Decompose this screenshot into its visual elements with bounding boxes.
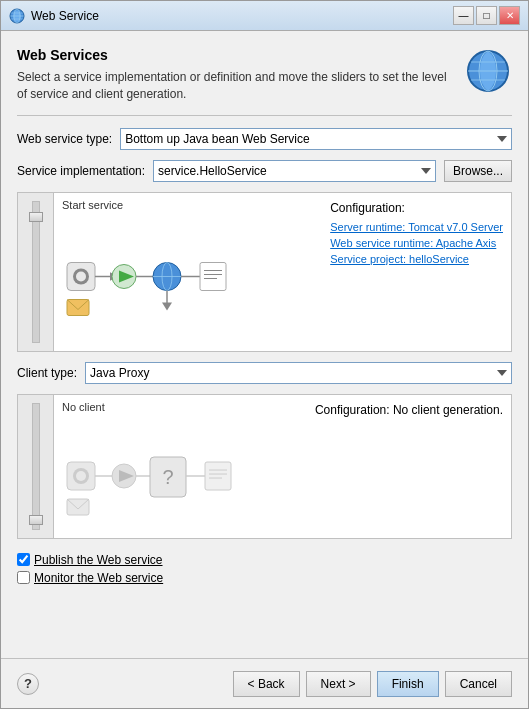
client-type-select[interactable]: Java Proxy [85, 362, 512, 384]
service-implementation-select[interactable]: service.HelloService [153, 160, 436, 182]
client-panel: No client ? [17, 394, 512, 539]
header-text: Web Services Select a service implementa… [17, 47, 454, 103]
finish-button[interactable]: Finish [377, 671, 439, 697]
window-title: Web Service [31, 9, 99, 23]
publish-checkbox[interactable] [17, 553, 30, 566]
web-service-type-select[interactable]: Bottom up Java bean Web Service [120, 128, 512, 150]
client-diagram: ? [62, 417, 242, 537]
client-type-label: Client type: [17, 366, 77, 380]
footer-buttons: < Back Next > Finish Cancel [233, 671, 512, 697]
footer-left: ? [17, 673, 39, 695]
service-diagram [62, 215, 242, 335]
service-slider-thumb[interactable] [29, 212, 43, 222]
svg-point-12 [76, 271, 86, 281]
service-project-link[interactable]: Service project: helloService [330, 253, 503, 265]
svg-point-30 [76, 471, 86, 481]
svg-rect-21 [200, 262, 226, 290]
checkboxes-section: Publish the Web service Monitor the Web … [17, 549, 512, 585]
main-content: Web Services Select a service implementa… [1, 31, 528, 658]
publish-checkbox-label[interactable]: Publish the Web service [34, 553, 163, 567]
config-title: Configuration: [330, 201, 503, 215]
close-button[interactable]: ✕ [499, 6, 520, 25]
service-slider-area [18, 193, 54, 351]
service-slider-track[interactable] [32, 201, 40, 343]
window-icon [9, 8, 25, 24]
client-config-text: Configuration: No client generation. [315, 403, 503, 417]
minimize-button[interactable]: — [453, 6, 474, 25]
page-title: Web Services [17, 47, 454, 63]
web-service-type-row: Web service type: Bottom up Java bean We… [17, 128, 512, 150]
header-section: Web Services Select a service implementa… [17, 47, 512, 103]
service-panel: Start service [17, 192, 512, 352]
title-bar-left: Web Service [9, 8, 99, 24]
help-button[interactable]: ? [17, 673, 39, 695]
client-diagram-area: No client ? [54, 395, 307, 538]
title-bar-buttons: — □ ✕ [453, 6, 520, 25]
client-diagram-label: No client [62, 401, 299, 413]
next-button[interactable]: Next > [306, 671, 371, 697]
web-service-type-label: Web service type: [17, 132, 112, 146]
back-button[interactable]: < Back [233, 671, 300, 697]
service-diagram-area: Start service [54, 193, 322, 351]
monitor-checkbox-label[interactable]: Monitor the Web service [34, 571, 163, 585]
main-window: Web Service — □ ✕ Web Services Select a … [0, 0, 529, 709]
client-type-row: Client type: Java Proxy [17, 362, 512, 384]
web-service-runtime-link[interactable]: Web service runtime: Apache Axis [330, 237, 503, 249]
header-divider [17, 115, 512, 116]
client-slider-track[interactable] [32, 403, 40, 530]
globe-icon [464, 47, 512, 95]
title-bar: Web Service — □ ✕ [1, 1, 528, 31]
server-runtime-link[interactable]: Server runtime: Tomcat v7.0 Server [330, 221, 503, 233]
client-slider-area [18, 395, 54, 538]
service-implementation-row: Service implementation: service.HelloSer… [17, 160, 512, 182]
svg-text:?: ? [162, 466, 173, 488]
cancel-button[interactable]: Cancel [445, 671, 512, 697]
browse-button[interactable]: Browse... [444, 160, 512, 182]
service-diagram-label: Start service [62, 199, 314, 211]
svg-rect-38 [205, 462, 231, 490]
service-config-area: Configuration: Server runtime: Tomcat v7… [322, 193, 511, 351]
service-implementation-label: Service implementation: [17, 164, 145, 178]
monitor-checkbox-row: Monitor the Web service [17, 571, 512, 585]
maximize-button[interactable]: □ [476, 6, 497, 25]
monitor-checkbox[interactable] [17, 571, 30, 584]
footer: ? < Back Next > Finish Cancel [1, 658, 528, 708]
svg-marker-27 [162, 302, 172, 310]
client-config-area: Configuration: No client generation. [307, 395, 511, 538]
client-slider-thumb[interactable] [29, 515, 43, 525]
publish-checkbox-row: Publish the Web service [17, 553, 512, 567]
page-description: Select a service implementation or defin… [17, 69, 454, 103]
